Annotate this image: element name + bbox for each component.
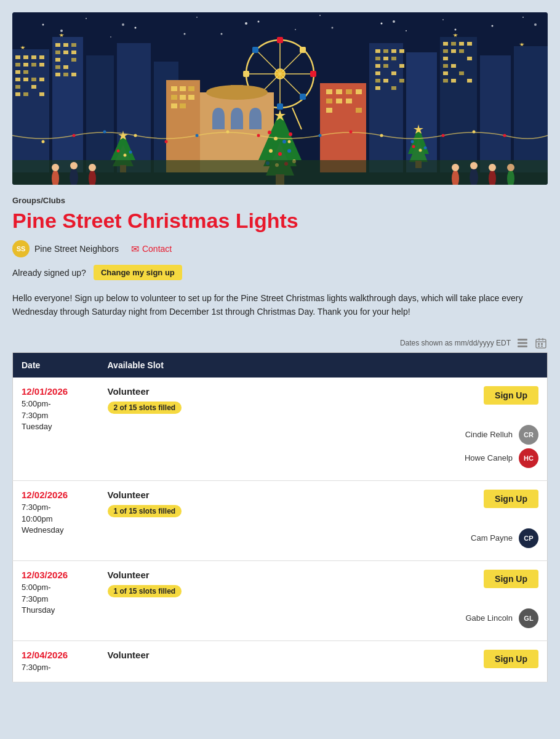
already-signed-label: Already signed up? bbox=[12, 268, 86, 278]
slot-label: Volunteer bbox=[108, 386, 484, 397]
svg-rect-83 bbox=[467, 57, 472, 60]
svg-rect-73 bbox=[375, 86, 380, 90]
svg-rect-211 bbox=[538, 345, 540, 347]
svg-rect-204 bbox=[518, 345, 527, 347]
volunteer-name: Gabe Lincoln bbox=[465, 613, 513, 623]
date-format-label: Dates shown as mm/dd/yyyy EDT bbox=[400, 339, 511, 347]
svg-rect-53 bbox=[55, 65, 60, 69]
svg-rect-155 bbox=[356, 108, 362, 113]
svg-point-5 bbox=[258, 21, 260, 23]
svg-point-3 bbox=[135, 27, 137, 29]
svg-rect-42 bbox=[15, 92, 20, 96]
svg-point-181 bbox=[52, 164, 59, 171]
svg-rect-112 bbox=[171, 86, 177, 91]
svg-rect-150 bbox=[356, 89, 362, 94]
svg-rect-85 bbox=[451, 64, 456, 68]
breadcrumb: Groups/Clubs bbox=[12, 196, 548, 205]
volunteer-item: Howe Canelp HC bbox=[108, 448, 539, 468]
svg-rect-51 bbox=[55, 58, 60, 62]
table-row: 12/02/2026 7:30pm-10:00pm Wednesday Volu… bbox=[13, 480, 548, 560]
svg-point-12 bbox=[221, 33, 223, 35]
svg-rect-58 bbox=[375, 49, 380, 53]
svg-point-4 bbox=[196, 17, 198, 18]
signup-button[interactable]: Sign Up bbox=[484, 386, 538, 405]
svg-rect-105 bbox=[252, 47, 258, 53]
svg-rect-76 bbox=[451, 42, 456, 46]
contact-label: Contact bbox=[142, 244, 172, 254]
date-cell: 12/01/2026 5:00pm-7:30pm Tuesday bbox=[13, 378, 99, 481]
svg-point-165 bbox=[73, 134, 76, 137]
slot-label: Volunteer bbox=[108, 570, 484, 580]
volunteer-name: Cam Payne bbox=[471, 533, 513, 543]
svg-rect-65 bbox=[375, 64, 380, 68]
svg-rect-63 bbox=[383, 57, 388, 60]
contact-link[interactable]: ✉ Contact bbox=[131, 243, 172, 255]
volunteer-avatar: CR bbox=[519, 425, 538, 445]
svg-point-175 bbox=[380, 134, 383, 137]
volunteer-list: Cam Payne CP bbox=[108, 528, 539, 548]
signup-button[interactable]: Sign Up bbox=[484, 570, 538, 588]
svg-rect-79 bbox=[443, 49, 448, 53]
svg-rect-70 bbox=[375, 79, 380, 83]
svg-rect-154 bbox=[326, 108, 332, 113]
svg-rect-74 bbox=[391, 86, 396, 90]
svg-point-159 bbox=[412, 145, 415, 148]
svg-rect-81 bbox=[459, 49, 464, 53]
svg-rect-41 bbox=[31, 85, 36, 89]
svg-point-171 bbox=[257, 134, 260, 137]
svg-rect-113 bbox=[180, 86, 186, 91]
svg-point-176 bbox=[411, 140, 414, 143]
svg-point-166 bbox=[103, 131, 106, 134]
signup-button[interactable]: Sign Up bbox=[484, 650, 538, 668]
svg-point-144 bbox=[129, 151, 132, 154]
slots-badge: 1 of 15 slots filled bbox=[108, 585, 182, 597]
svg-rect-30 bbox=[15, 63, 20, 67]
svg-rect-49 bbox=[63, 50, 68, 54]
svg-rect-24 bbox=[480, 55, 511, 172]
svg-rect-209 bbox=[538, 343, 540, 345]
svg-point-200 bbox=[455, 29, 457, 31]
svg-rect-118 bbox=[171, 103, 177, 108]
list-view-button[interactable] bbox=[516, 337, 529, 349]
svg-rect-61 bbox=[399, 49, 404, 53]
volunteer-item: Gabe Lincoln GL bbox=[108, 608, 539, 628]
svg-point-196 bbox=[184, 33, 186, 35]
svg-rect-37 bbox=[23, 78, 28, 81]
svg-point-183 bbox=[70, 162, 78, 169]
volunteer-list: Cindie Relluh CR Howe Canelp HC bbox=[108, 425, 539, 468]
date-cell: 12/02/2026 7:30pm-10:00pm Wednesday bbox=[13, 480, 99, 560]
svg-rect-119 bbox=[180, 103, 186, 108]
svg-rect-33 bbox=[39, 63, 44, 67]
svg-rect-88 bbox=[443, 79, 448, 83]
signup-button[interactable]: Sign Up bbox=[484, 490, 538, 508]
calendar-view-button[interactable] bbox=[534, 337, 548, 349]
change-signup-button[interactable]: Change my sign up bbox=[94, 265, 182, 280]
svg-rect-122 bbox=[231, 85, 243, 94]
svg-rect-149 bbox=[346, 89, 352, 94]
svg-rect-111 bbox=[166, 80, 200, 172]
table-row: 12/04/2026 7:30pm- Volunteer Sign Up bbox=[13, 640, 548, 682]
svg-point-2 bbox=[86, 18, 87, 19]
svg-rect-115 bbox=[171, 95, 177, 100]
svg-rect-31 bbox=[23, 63, 28, 67]
svg-point-8 bbox=[442, 19, 444, 20]
svg-point-128 bbox=[274, 137, 278, 140]
time-value: 5:00pm-7:30pm bbox=[22, 398, 90, 422]
volunteer-avatar: GL bbox=[519, 608, 538, 628]
slot-cell: Volunteer 1 of 15 slots filled Sign Up G… bbox=[99, 560, 548, 640]
signup-table: Date Available Slot 12/01/2026 5:00pm-7:… bbox=[12, 352, 548, 683]
svg-rect-147 bbox=[326, 89, 332, 94]
slot-label: Volunteer bbox=[108, 650, 484, 660]
day-value: Thursday bbox=[22, 605, 90, 615]
svg-point-201 bbox=[534, 23, 537, 26]
svg-point-191 bbox=[489, 164, 496, 171]
svg-rect-75 bbox=[443, 42, 448, 46]
volunteer-avatar: CP bbox=[519, 528, 538, 548]
svg-point-167 bbox=[134, 134, 137, 137]
svg-rect-56 bbox=[63, 73, 68, 76]
svg-point-164 bbox=[42, 140, 45, 143]
svg-rect-146 bbox=[320, 83, 366, 172]
svg-rect-28 bbox=[31, 55, 36, 59]
svg-rect-212 bbox=[541, 345, 543, 347]
table-header-row: Date Available Slot bbox=[13, 352, 548, 378]
